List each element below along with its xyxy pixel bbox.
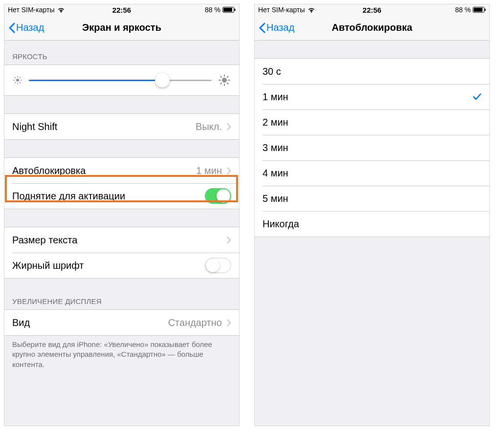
svg-line-19 xyxy=(220,83,221,84)
option-label: Никогда xyxy=(263,218,482,230)
option-label: 2 мин xyxy=(263,117,482,128)
page-title: Автоблокировка xyxy=(332,22,413,33)
bold-toggle[interactable] xyxy=(205,258,231,273)
row-label: Вид xyxy=(12,317,168,328)
brightness-slider[interactable] xyxy=(29,80,212,81)
clock: 22:56 xyxy=(112,6,131,14)
back-button[interactable]: Назад xyxy=(259,22,294,33)
row-view[interactable]: Вид Стандартно xyxy=(4,310,239,335)
option-label: 5 мин xyxy=(263,193,482,204)
raise-toggle[interactable] xyxy=(205,188,231,204)
slider-thumb[interactable] xyxy=(155,73,170,87)
row-autolock[interactable]: Автоблокировка 1 мин xyxy=(4,158,239,183)
section-header-zoom: УВЕЛИЧЕНИЕ ДИСПЛЕЯ xyxy=(4,279,239,309)
row-label: Автоблокировка xyxy=(12,165,196,176)
wifi-icon xyxy=(57,7,65,13)
section-footer-zoom: Выберите вид для iPhone: «Увеличено» пок… xyxy=(4,336,239,376)
back-label: Назад xyxy=(266,22,294,33)
content: ЯРКОСТЬ Night Shift Выкл. xyxy=(4,41,239,426)
svg-line-11 xyxy=(20,77,20,78)
brightness-slider-row xyxy=(4,65,239,95)
option-row[interactable]: 4 мин xyxy=(255,160,489,186)
battery-percent: 88 % xyxy=(205,6,220,14)
svg-point-12 xyxy=(222,78,227,83)
svg-rect-1 xyxy=(223,8,232,12)
battery-icon xyxy=(473,7,486,13)
phone-right: Нет SIM-карты 22:56 88 % Назад Автоблоки… xyxy=(254,4,490,426)
row-value: Выкл. xyxy=(196,121,222,132)
svg-line-20 xyxy=(227,76,228,77)
row-label: Night Shift xyxy=(12,121,196,132)
wifi-icon xyxy=(307,7,315,13)
svg-line-9 xyxy=(20,82,20,83)
svg-rect-22 xyxy=(474,8,482,12)
row-value: Стандартно xyxy=(168,317,222,328)
row-raise-to-wake[interactable]: Поднятие для активации xyxy=(4,183,239,209)
option-label: 3 мин xyxy=(263,142,482,153)
svg-line-17 xyxy=(220,76,221,77)
option-row[interactable]: 3 мин xyxy=(255,135,489,160)
svg-point-3 xyxy=(16,79,19,82)
option-row[interactable]: 1 мин xyxy=(255,84,489,109)
option-label: 30 с xyxy=(263,66,482,77)
chevron-left-icon xyxy=(8,22,15,33)
row-night-shift[interactable]: Night Shift Выкл. xyxy=(4,114,239,139)
chevron-right-icon xyxy=(227,123,231,130)
option-label: 4 мин xyxy=(263,168,482,179)
page-title: Экран и яркость xyxy=(82,22,161,33)
row-bold-text[interactable]: Жирный шрифт xyxy=(4,253,239,278)
phone-left: Нет SIM-карты 22:56 88 % Назад Экран и я… xyxy=(4,4,240,426)
svg-rect-2 xyxy=(235,9,236,11)
option-row[interactable]: 30 с xyxy=(255,59,489,84)
option-row[interactable]: 2 мин xyxy=(255,109,489,135)
battery-icon xyxy=(222,7,236,13)
svg-rect-23 xyxy=(485,9,486,11)
nav-bar: Назад Экран и яркость xyxy=(4,15,239,41)
row-value: 1 мин xyxy=(196,165,222,176)
row-text-size[interactable]: Размер текста xyxy=(4,227,239,253)
carrier-label: Нет SIM-карты xyxy=(258,6,305,14)
row-label: Жирный шрифт xyxy=(12,260,205,271)
brightness-low-icon xyxy=(13,76,22,85)
chevron-right-icon xyxy=(227,167,231,174)
option-row[interactable]: Никогда xyxy=(255,211,489,237)
chevron-right-icon xyxy=(227,237,231,244)
option-row[interactable]: 5 мин xyxy=(255,186,489,211)
row-label: Поднятие для активации xyxy=(12,191,205,202)
svg-line-18 xyxy=(227,83,228,84)
chevron-left-icon xyxy=(259,22,265,33)
content: 30 с1 мин2 мин3 мин4 мин5 минНикогда xyxy=(255,41,489,426)
back-button[interactable]: Назад xyxy=(8,22,44,33)
status-bar: Нет SIM-карты 22:56 88 % xyxy=(255,4,489,15)
section-header-brightness: ЯРКОСТЬ xyxy=(4,41,239,65)
brightness-high-icon xyxy=(219,74,230,86)
svg-line-10 xyxy=(15,82,15,83)
nav-bar: Назад Автоблокировка xyxy=(255,15,489,41)
status-bar: Нет SIM-карты 22:56 88 % xyxy=(4,4,239,15)
carrier-label: Нет SIM-карты xyxy=(8,6,54,14)
battery-percent: 88 % xyxy=(455,6,471,14)
check-icon xyxy=(473,93,482,101)
clock: 22:56 xyxy=(363,6,381,14)
chevron-right-icon xyxy=(227,319,231,326)
option-label: 1 мин xyxy=(263,91,473,103)
back-label: Назад xyxy=(16,22,44,33)
svg-line-8 xyxy=(15,77,15,78)
row-label: Размер текста xyxy=(12,235,227,246)
